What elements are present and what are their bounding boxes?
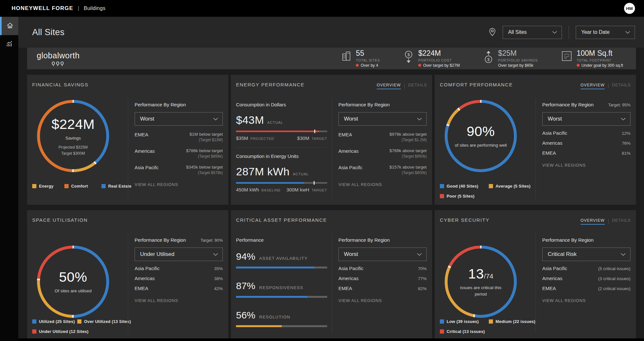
region-name: Asia Pacific	[338, 266, 364, 271]
view-all-regions-link[interactable]: VIEW ALL REGIONS	[338, 298, 382, 303]
region-name: EMEA	[542, 286, 556, 291]
card-column-divider	[535, 233, 536, 333]
date-filter-dropdown[interactable]: Year to Date	[576, 26, 635, 39]
metric-value: $43M	[236, 114, 264, 126]
home-icon	[6, 22, 14, 31]
kpi-label: TOTAL SITES	[356, 58, 380, 62]
legend-swatch	[101, 184, 106, 188]
resolution-bar: 56% RESOLUTION	[236, 310, 327, 327]
region-target-label: Target: 90%	[201, 238, 223, 243]
legend-label: Low (39 issues)	[447, 319, 479, 324]
region-target: (Target $578k)	[186, 170, 223, 175]
avatar[interactable]: HW	[624, 3, 635, 14]
view-all-regions-link[interactable]: VIEW ALL REGIONS	[135, 182, 178, 187]
kpi-status-text: Under goal by 300 sq.ft	[582, 63, 623, 68]
region-heading: Performance By Region	[135, 102, 186, 107]
region-name: EMEA	[542, 150, 556, 156]
legend-swatch	[489, 184, 493, 188]
sidebar	[0, 17, 18, 341]
building-icon	[341, 50, 352, 68]
tab-overview[interactable]: OVERVIEW	[581, 218, 605, 225]
section-heading: Consumption in Energy Units	[236, 153, 327, 159]
donut-value: 50%	[59, 269, 87, 285]
card-critical-asset-performance: CRITICAL ASSET PERFORMANCE Performance 9…	[231, 210, 432, 338]
customer-logo: globalworth ϙϙϙ	[37, 51, 80, 66]
region-name: Asia Pacifc	[338, 165, 362, 175]
region-sort-dropdown[interactable]: Worst	[338, 248, 427, 261]
region-name: Americas	[338, 148, 359, 159]
financial-savings-donut-chart: $224M Savings Projected $325M Target $30…	[37, 100, 109, 172]
region-sort-dropdown[interactable]: Worst	[135, 112, 223, 126]
kpi-value: 100M Sq.ft	[577, 50, 623, 57]
view-all-regions-link[interactable]: VIEW ALL REGIONS	[338, 182, 382, 187]
bar-right-value: $30M	[297, 135, 309, 141]
region-value: (5 critical issues)	[598, 266, 630, 271]
section-divider	[236, 147, 327, 148]
card-title: SPACE UTILISATION	[32, 217, 88, 223]
bar-marker	[314, 130, 315, 133]
region-row: Americas $769k above target(Target $950k…	[338, 148, 427, 159]
legend-label: Medium (22 issues)	[496, 319, 535, 324]
customer-logo-text: globalworth	[37, 51, 80, 60]
region-target: (Target $800k)	[389, 170, 427, 175]
tab-details[interactable]: DETAILS	[612, 83, 631, 87]
comfort-performance-donut-chart: 90% of sites are performing well	[445, 100, 517, 172]
analytics-icon	[5, 40, 13, 49]
bar-fill	[236, 267, 314, 268]
metric-value: 56%	[236, 310, 255, 321]
tab-overview[interactable]: OVERVIEW	[377, 83, 401, 89]
donut-value: 90%	[467, 123, 495, 139]
kpi-label: PORTFOLIO COST	[418, 58, 460, 62]
chevron-down-icon	[417, 253, 422, 256]
region-name: Asia Pacific	[542, 266, 567, 271]
donut-subtext: issues are critical this period	[457, 285, 505, 297]
legend: Low (39 issues) Medium (22 issues) Criti…	[440, 319, 633, 339]
view-all-regions-link[interactable]: VIEW ALL REGIONS	[542, 163, 586, 168]
tab-details[interactable]: DETAILS	[612, 218, 631, 223]
sidebar-item-analytics[interactable]	[0, 35, 18, 54]
region-sort-dropdown[interactable]: Worst	[542, 112, 630, 126]
region-sort-dropdown[interactable]: Worst	[338, 112, 427, 126]
donut-subtext: Of sites are utilised	[55, 288, 92, 294]
region-name: Americas	[542, 276, 563, 281]
legend-label: Good (40 Sites)	[447, 184, 478, 189]
kpi-label: TOTAL FOOTPRINT	[577, 58, 623, 62]
region-sort-dropdown[interactable]: Under Utilised	[135, 248, 223, 261]
region-name: Americas	[338, 276, 359, 281]
donut-note: Projected $325M	[59, 145, 88, 150]
cyber-security-donut-chart: 13/74 issues are critical this period	[445, 246, 517, 318]
card-title: CYBER SECURITY	[440, 217, 489, 223]
legend-label: Comfort	[71, 184, 88, 189]
site-filter-dropdown[interactable]: All Sites	[503, 26, 562, 39]
tab-overview[interactable]: OVERVIEW	[581, 83, 605, 89]
chevron-down-icon	[543, 31, 557, 34]
region-value: 70%	[418, 266, 427, 271]
chevron-down-icon	[417, 118, 422, 121]
metric-label: RESOLUTION	[259, 315, 290, 319]
view-all-regions-link[interactable]: VIEW ALL REGIONS	[542, 298, 586, 303]
date-filter-value: Year to Date	[581, 29, 610, 35]
card-column-divider	[128, 98, 128, 199]
region-value: 81%	[622, 151, 630, 156]
view-all-regions-link[interactable]: VIEW ALL REGIONS	[135, 298, 178, 303]
region-target: (Target $13M)	[189, 138, 223, 142]
svg-text:$: $	[407, 52, 410, 57]
region-row: Asia Pacific(5 critical issues)	[542, 266, 630, 271]
region-sort-dropdown[interactable]: Critical Risk	[542, 248, 630, 261]
bar-right-tag: TARGET	[311, 188, 327, 192]
region-name: EMEA	[338, 286, 352, 291]
svg-text:$: $	[487, 57, 490, 62]
tab-details[interactable]: DETAILS	[408, 83, 427, 87]
region-row: Americas76%	[542, 140, 630, 146]
kpi-value: 55	[356, 50, 380, 57]
region-value: $769k above target	[389, 148, 427, 153]
region-name: EMEA	[338, 132, 352, 142]
bar-marker	[314, 181, 315, 185]
donut-subtext: Savings	[65, 135, 81, 141]
sidebar-item-home[interactable]	[0, 17, 18, 35]
bar-left-tag: PROJECTED	[251, 137, 274, 141]
location-pin-icon[interactable]	[488, 27, 497, 37]
region-heading: Performance By Region	[338, 102, 390, 107]
donut-subtext: of sites are performing well	[455, 142, 507, 149]
legend-swatch	[77, 319, 81, 324]
